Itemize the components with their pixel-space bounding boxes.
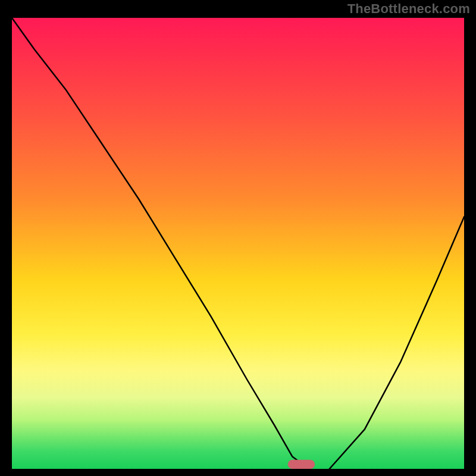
bottleneck-curve <box>12 18 464 470</box>
attribution-label: TheBottleneck.com <box>347 1 470 17</box>
chart-frame: TheBottleneck.com <box>0 0 476 476</box>
optimal-marker <box>288 460 315 469</box>
chart-overlay <box>12 18 464 470</box>
plot-area <box>12 18 464 470</box>
